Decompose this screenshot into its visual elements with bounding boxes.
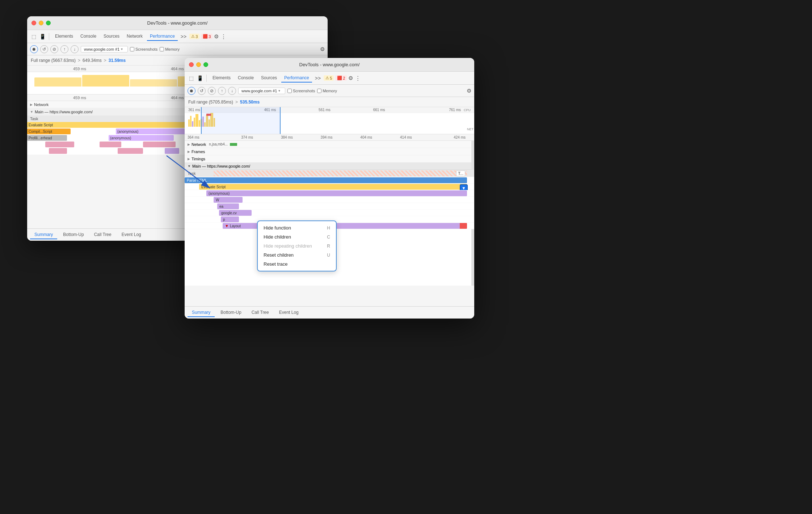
- parse-html-label: Parse HTML: [187, 178, 207, 182]
- purple-bar1-back[interactable]: [165, 148, 179, 154]
- ctx-reset-trace[interactable]: Reset trace: [258, 260, 336, 269]
- err-icon-back: 🟥: [203, 34, 208, 39]
- w-bar-front[interactable]: W: [214, 197, 243, 203]
- device-icon-front[interactable]: 📱: [196, 75, 203, 82]
- p-bar-front[interactable]: p: [221, 216, 239, 222]
- clear-btn-back[interactable]: ⊘: [50, 45, 58, 53]
- url-bar-back[interactable]: www.google.com #1 ▾: [81, 46, 128, 52]
- pink-bar2-back[interactable]: [100, 142, 121, 147]
- minimize-button-back[interactable]: [39, 21, 43, 25]
- minimize-button-front[interactable]: [196, 62, 201, 67]
- parse-html-bar[interactable]: Parse HTML: [185, 177, 467, 183]
- inspect-icon-front[interactable]: ⬚: [188, 75, 195, 82]
- upload-btn-back[interactable]: ↑: [60, 45, 68, 53]
- ctx-hide-children[interactable]: Hide children C: [258, 232, 336, 241]
- anon-bar-front[interactable]: (anonymous): [206, 190, 467, 196]
- pink-bar1-back[interactable]: [45, 142, 74, 147]
- bottom-tab-eventlog-back[interactable]: Event Log: [117, 231, 146, 239]
- tab-elements-back[interactable]: Elements: [52, 32, 76, 41]
- perf-settings-front[interactable]: ⚙: [467, 88, 471, 94]
- screenshots-checkbox-front[interactable]: Screenshots: [287, 89, 315, 93]
- tab-performance-back[interactable]: Performance: [147, 32, 178, 41]
- url-bar-front[interactable]: www.google.com #1 ▾: [238, 88, 285, 94]
- pink-bar3-back[interactable]: [143, 142, 176, 147]
- settings-icon-front[interactable]: ⚙: [348, 75, 353, 81]
- warn-badge-back[interactable]: ⚠ 3: [189, 34, 199, 39]
- bottom-tabs-front: Summary Bottom-Up Call Tree Event Log: [185, 306, 474, 319]
- task-hatch-bar[interactable]: [214, 170, 467, 176]
- upload-btn-front[interactable]: ↑: [218, 87, 226, 95]
- warn-count-front: 5: [330, 76, 332, 80]
- device-icon-back[interactable]: 📱: [39, 33, 46, 40]
- more-tabs-back[interactable]: >>: [179, 34, 188, 39]
- ctx-hide-function[interactable]: Hide function H: [258, 223, 336, 232]
- ctx-reset-children[interactable]: Reset children U: [258, 250, 336, 260]
- refresh-btn-back[interactable]: ↺: [40, 45, 48, 53]
- download-btn-back[interactable]: ↓: [71, 45, 79, 53]
- memory-checkbox-back[interactable]: Memory: [160, 47, 180, 51]
- more-options-back[interactable]: ⋮: [221, 33, 226, 40]
- record-btn-back[interactable]: ⏺: [30, 45, 38, 53]
- bottom-tab-summary-front[interactable]: Summary: [188, 308, 215, 317]
- download-btn-front[interactable]: ↓: [228, 87, 236, 95]
- anon2-bar-back[interactable]: (anonymous): [109, 135, 174, 141]
- timeline-selection-front[interactable]: [201, 107, 281, 134]
- screenshots-check-back[interactable]: [130, 47, 134, 51]
- ms2-7: 424 ms: [426, 135, 471, 139]
- tab-network-back[interactable]: Network: [124, 32, 146, 41]
- tab-console-front[interactable]: Console: [235, 74, 257, 83]
- err-icon-front: 🟥: [337, 76, 342, 80]
- ea-bar-front[interactable]: ea: [217, 203, 239, 209]
- pink-bar5-back[interactable]: [118, 148, 143, 154]
- google-cv-bar-front[interactable]: google.cv: [219, 210, 252, 216]
- context-menu-front: Hide function H Hide children C Hide rep…: [257, 220, 337, 271]
- separator-1-back: [49, 33, 49, 40]
- tab-console-back[interactable]: Console: [77, 32, 99, 41]
- ctx-hide-repeating-label: Hide repeating children: [264, 243, 312, 249]
- bottom-tab-eventlog-front[interactable]: Event Log: [275, 308, 303, 317]
- timeline-overview-front[interactable]: 361 ms 461 ms 561 ms 661 ms 761 ms CPU: [185, 107, 474, 134]
- profili-bar-back[interactable]: Profili...erhead: [27, 135, 67, 141]
- clear-btn-front[interactable]: ⊘: [208, 87, 216, 95]
- maximize-button-front[interactable]: [203, 62, 208, 67]
- bottom-tab-summary-back[interactable]: Summary: [30, 231, 57, 239]
- screenshots-check-front[interactable]: [287, 89, 292, 93]
- close-button-back[interactable]: [31, 21, 36, 25]
- perf-toolbar-front: ⏺ ↺ ⊘ ↑ ↓ www.google.com #1 ▾ Screenshot…: [185, 85, 474, 97]
- pink-bar4-back[interactable]: [49, 148, 67, 154]
- bottom-tab-bottomup-back[interactable]: Bottom-Up: [59, 231, 88, 239]
- network-section-front: ▶ Network n,jsa,mb4...: [185, 141, 474, 148]
- ctx-reset-trace-label: Reset trace: [264, 261, 287, 267]
- err-badge-back[interactable]: 🟥 3: [201, 34, 213, 39]
- inspect-icon-back[interactable]: ⬚: [30, 33, 37, 40]
- screenshots-checkbox-back[interactable]: Screenshots: [130, 47, 157, 51]
- close-button-front[interactable]: [189, 62, 194, 67]
- tab-elements-front[interactable]: Elements: [210, 74, 233, 83]
- tab-sources-back[interactable]: Sources: [101, 32, 122, 41]
- url-text-front: www.google.com #1: [241, 89, 277, 93]
- maximize-button-back[interactable]: [46, 21, 51, 25]
- bottom-tab-calltree-front[interactable]: Call Tree: [247, 308, 273, 317]
- warn-badge-front[interactable]: ⚠ 5: [324, 75, 334, 81]
- compil-bar-back[interactable]: Compil...Script: [27, 128, 71, 134]
- tab-performance-front[interactable]: Performance: [281, 74, 312, 83]
- anon1-bar-back[interactable]: (anonymous): [116, 128, 188, 134]
- network-triangle-front: ▶: [188, 143, 190, 146]
- eval-script-bar-front[interactable]: Evaluate Script: [199, 184, 467, 190]
- more-options-front[interactable]: ⋮: [355, 75, 361, 81]
- tab-sources-front[interactable]: Sources: [258, 74, 280, 83]
- record-btn-front[interactable]: ⏺: [188, 87, 195, 95]
- ctx-hide-children-shortcut: C: [327, 235, 330, 240]
- memory-check-front[interactable]: [317, 89, 321, 93]
- err-badge-front[interactable]: 🟥 2: [335, 75, 347, 81]
- bottom-tab-calltree-back[interactable]: Call Tree: [90, 231, 116, 239]
- refresh-btn-front[interactable]: ↺: [198, 87, 206, 95]
- memory-check-back[interactable]: [160, 47, 164, 51]
- settings-icon-back[interactable]: ⚙: [214, 33, 219, 40]
- bottom-tab-bottomup-front[interactable]: Bottom-Up: [216, 308, 245, 317]
- more-tabs-front[interactable]: >>: [314, 75, 322, 81]
- perf-settings-back[interactable]: ⚙: [320, 46, 325, 52]
- network-label-front: Network: [192, 142, 206, 147]
- cpu-bar1: [188, 119, 190, 127]
- memory-checkbox-front[interactable]: Memory: [317, 89, 337, 93]
